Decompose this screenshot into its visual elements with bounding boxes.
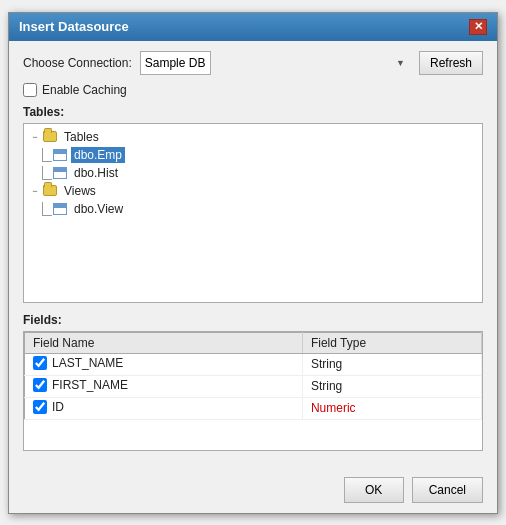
- table-icon-dbo-emp: [52, 148, 68, 162]
- connection-row: Choose Connection: Sample DB Refresh: [23, 51, 483, 75]
- field-type-cell-1: String: [302, 375, 481, 397]
- field-name-cell-0: LAST_NAME: [25, 353, 303, 375]
- fields-container: Field Name Field Type LAST_NAME String: [23, 331, 483, 451]
- table-row: FIRST_NAME String: [25, 375, 482, 397]
- tree-text-dbo-emp[interactable]: dbo.Emp: [71, 147, 125, 163]
- connection-select-wrapper: Sample DB: [140, 51, 411, 75]
- tree-text-views[interactable]: Views: [61, 183, 99, 199]
- toggle-tables[interactable]: −: [28, 130, 42, 144]
- field-name-1: FIRST_NAME: [52, 378, 128, 392]
- tree-node-views-folder[interactable]: − Views: [28, 182, 478, 200]
- refresh-button[interactable]: Refresh: [419, 51, 483, 75]
- cancel-button[interactable]: Cancel: [412, 477, 483, 503]
- enable-caching-label: Enable Caching: [42, 83, 127, 97]
- connection-select[interactable]: Sample DB: [140, 51, 211, 75]
- table-icon-dbo-hist: [52, 166, 68, 180]
- tables-tree-panel[interactable]: − Tables dbo.Emp dbo.Hist: [23, 123, 483, 303]
- tables-section-label: Tables:: [23, 105, 483, 119]
- fields-table: Field Name Field Type LAST_NAME String: [24, 332, 482, 420]
- tree-node-tables-folder[interactable]: − Tables: [28, 128, 478, 146]
- tree-text-dbo-hist[interactable]: dbo.Hist: [71, 165, 121, 181]
- fields-section: Fields: Field Name Field Type LAST_NAME: [23, 313, 483, 451]
- tree-text-tables[interactable]: Tables: [61, 129, 102, 145]
- title-bar: Insert Datasource ✕: [9, 13, 497, 41]
- connector-dbo-emp: [42, 148, 52, 162]
- field-type-cell-2: Numeric: [302, 397, 481, 419]
- connector-dbo-hist: [42, 166, 52, 180]
- col-field-type: Field Type: [302, 332, 481, 353]
- insert-datasource-dialog: Insert Datasource ✕ Choose Connection: S…: [8, 12, 498, 514]
- close-button[interactable]: ✕: [469, 19, 487, 35]
- fields-section-label: Fields:: [23, 313, 483, 327]
- connection-label: Choose Connection:: [23, 56, 132, 70]
- field-checkbox-2[interactable]: [33, 400, 47, 414]
- folder-icon-tables: [42, 130, 58, 144]
- field-name-cell-2: ID: [25, 397, 303, 419]
- toggle-views[interactable]: −: [28, 184, 42, 198]
- col-field-name: Field Name: [25, 332, 303, 353]
- tree-node-dbo-hist[interactable]: dbo.Hist: [28, 164, 478, 182]
- field-name-2: ID: [52, 400, 64, 414]
- dialog-title: Insert Datasource: [19, 19, 129, 34]
- tree-node-dbo-emp[interactable]: dbo.Emp: [28, 146, 478, 164]
- field-checkbox-1[interactable]: [33, 378, 47, 392]
- enable-caching-row: Enable Caching: [23, 83, 483, 97]
- field-checkbox-0[interactable]: [33, 356, 47, 370]
- table-row: LAST_NAME String: [25, 353, 482, 375]
- table-icon-dbo-view: [52, 202, 68, 216]
- field-name-cell-1: FIRST_NAME: [25, 375, 303, 397]
- tree-text-dbo-view[interactable]: dbo.View: [71, 201, 126, 217]
- field-name-0: LAST_NAME: [52, 356, 123, 370]
- connector-dbo-view: [42, 202, 52, 216]
- enable-caching-checkbox[interactable]: [23, 83, 37, 97]
- tree-node-dbo-view[interactable]: dbo.View: [28, 200, 478, 218]
- fields-table-header-row: Field Name Field Type: [25, 332, 482, 353]
- dialog-content: Choose Connection: Sample DB Refresh Ena…: [9, 41, 497, 471]
- folder-icon-views: [42, 184, 58, 198]
- ok-button[interactable]: OK: [344, 477, 404, 503]
- table-row: ID Numeric: [25, 397, 482, 419]
- field-type-cell-0: String: [302, 353, 481, 375]
- dialog-footer: OK Cancel: [9, 471, 497, 513]
